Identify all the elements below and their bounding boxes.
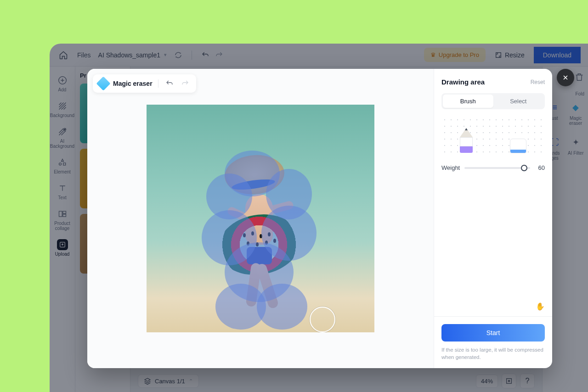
brush-mask — [206, 151, 312, 325]
editing-image[interactable] — [147, 105, 374, 332]
start-button[interactable]: Start — [441, 324, 545, 342]
tool-title: Magic eraser — [113, 80, 153, 87]
modal-toolbar: Magic eraser — [93, 74, 196, 93]
close-icon — [562, 74, 569, 81]
modal-canvas[interactable]: Magic eraser — [87, 69, 434, 368]
sidebar-title: Drawing area — [441, 78, 485, 86]
weight-slider[interactable] — [464, 167, 530, 169]
tab-brush[interactable]: Brush — [443, 95, 493, 108]
brush-preview — [441, 117, 545, 158]
mode-tabs: Brush Select — [441, 93, 545, 109]
divider — [158, 79, 158, 88]
reset-button[interactable]: Reset — [531, 79, 545, 85]
slider-thumb[interactable] — [521, 165, 527, 171]
eraser-tool-option[interactable] — [510, 139, 526, 153]
eraser-icon — [96, 76, 110, 90]
brush-cursor — [310, 307, 335, 332]
footer-note: If the size is too large, it will be com… — [441, 346, 545, 361]
magic-eraser-modal: Magic eraser — [87, 69, 552, 368]
tab-select[interactable]: Select — [493, 95, 544, 108]
modal-undo-button[interactable] — [164, 78, 175, 89]
close-modal-button[interactable] — [557, 69, 574, 86]
modal-redo-button[interactable] — [180, 78, 191, 89]
weight-value: 60 — [535, 164, 545, 171]
modal-sidebar: Drawing area Reset Brush Select Weight 6… — [434, 69, 552, 368]
weight-label: Weight — [441, 164, 460, 171]
hand-cursor-icon: ✋ — [441, 302, 545, 311]
divider — [434, 316, 552, 317]
pencil-tool-option[interactable] — [460, 128, 473, 153]
